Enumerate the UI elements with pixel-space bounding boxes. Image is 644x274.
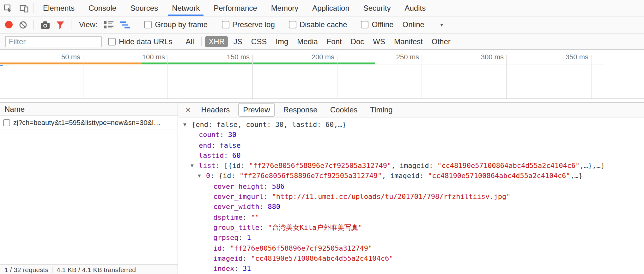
checkbox-icon [361, 21, 369, 28]
divider [201, 37, 202, 46]
hide-data-urls-checkbox[interactable]: Hide data URLs [108, 37, 172, 46]
name-column-header[interactable]: Name [0, 103, 178, 116]
tab-network[interactable]: Network [165, 0, 207, 16]
resource-type-filters: All XHR JS CSS Img Media Font Doc WS Man… [181, 36, 455, 47]
divider [71, 20, 71, 29]
filter-chip-ws[interactable]: WS [369, 36, 389, 47]
tab-application[interactable]: Application [305, 0, 356, 16]
checkbox-label: Offline [372, 20, 394, 29]
show-overview-button[interactable] [120, 21, 130, 29]
json-plain: : [239, 234, 247, 242]
json-name: end [199, 141, 211, 149]
filter-chip-other[interactable]: Other [428, 36, 454, 47]
ruler-gridline [422, 55, 422, 98]
json-num: 1 [247, 234, 251, 242]
json-tree-line[interactable]: ▼list: [{id: "ff276e8056f58896e7cf92505a… [178, 161, 644, 171]
json-tree-line: id: "ff276e8056f58896e7cf92505a312749" [178, 243, 644, 254]
chevron-down-icon: ▼ [440, 22, 444, 27]
filter-chip-css[interactable]: CSS [247, 36, 270, 47]
network-overview[interactable]: 50 ms100 ms150 ms200 ms250 ms300 ms350 m… [0, 50, 644, 99]
json-str: "ff276e8056f58896e7cf92505a312749" [240, 172, 382, 180]
request-checkbox[interactable] [3, 119, 10, 126]
json-name: 0 [206, 172, 210, 180]
request-detail-panel: ✕ Headers Preview Response Cookies Timin… [178, 103, 644, 274]
overview-bar-green [142, 63, 375, 64]
time-tick-label: 250 ms [375, 53, 419, 61]
inspect-element-button[interactable] [0, 0, 16, 16]
close-detail-button[interactable]: ✕ [181, 106, 195, 114]
detail-tab-headers[interactable]: Headers [197, 104, 234, 116]
request-name: zj?ch=beauty&t1=595&listtype=new&sn=30&l… [13, 119, 175, 126]
expand-triangle-icon[interactable]: ▼ [198, 171, 206, 182]
filter-chip-img[interactable]: Img [272, 36, 292, 47]
preserve-log-checkbox[interactable]: Preserve log [222, 20, 275, 29]
funnel-icon [56, 21, 64, 29]
json-name: cover_height [213, 182, 264, 191]
large-request-rows-button[interactable] [104, 21, 114, 29]
json-name: dsptime [213, 213, 243, 221]
filter-chip-js[interactable]: JS [230, 36, 246, 47]
filter-chip-all[interactable]: All [182, 36, 198, 47]
filter-button[interactable] [56, 21, 64, 29]
tab-performance[interactable]: Performance [207, 0, 264, 16]
tab-console[interactable]: Console [82, 0, 123, 16]
throttling-select[interactable]: Online ▼ [402, 20, 444, 29]
json-name: grpseq [213, 234, 239, 242]
detail-tab-response[interactable]: Response [279, 104, 322, 116]
network-summary-bar: 1 / 32 requests 4.1 KB / 4.1 KB transfer… [0, 264, 178, 274]
json-name: imageid [213, 254, 243, 263]
group-by-frame-checkbox[interactable]: Group by frame [144, 20, 208, 29]
json-plain: ,…} [570, 172, 583, 180]
view-label: View: [79, 20, 97, 29]
time-tick-label: 200 ms [290, 53, 334, 61]
json-str: "ff276e8056f58896e7cf92505a312749" [230, 244, 372, 252]
requests-empty-area [0, 129, 178, 264]
json-tree-line: cover_height: 586 [178, 182, 644, 192]
expand-triangle-icon[interactable]: ▼ [183, 120, 191, 130]
device-toolbar-button[interactable] [16, 0, 32, 16]
json-str: "台湾美女Kila户外唯美写真" [268, 223, 362, 232]
checkbox-label: Disable cache [300, 20, 347, 29]
filter-chip-manifest[interactable]: Manifest [390, 36, 427, 47]
json-plain: : [234, 265, 243, 273]
json-str: "http://i1.umei.cc/uploads/tu/201701/798… [272, 193, 510, 201]
tab-sources[interactable]: Sources [123, 0, 165, 16]
detail-tab-timing[interactable]: Timing [366, 104, 397, 116]
json-tree-line[interactable]: ▼0: {id: "ff276e8056f58896e7cf92505a3127… [178, 171, 644, 182]
json-name: count [199, 131, 220, 139]
tab-audits[interactable]: Audits [398, 0, 433, 16]
clear-icon [19, 21, 27, 29]
requests-panel: Name zj?ch=beauty&t1=595&listtype=new&sn… [0, 103, 178, 274]
capture-screenshots-button[interactable] [40, 21, 50, 29]
json-tree-line[interactable]: ▼{end: false, count: 30, lastid: 60,…} [178, 120, 644, 130]
tab-memory[interactable]: Memory [264, 0, 306, 16]
record-button[interactable] [5, 21, 13, 28]
waterfall-icon [120, 21, 130, 29]
devtools-tab-bar: Elements Console Sources Network Perform… [0, 0, 644, 16]
network-filter-bar: Hide data URLs All XHR JS CSS Img Media … [0, 33, 644, 50]
detail-tab-cookies[interactable]: Cookies [326, 104, 362, 116]
inspect-cursor-icon [3, 3, 12, 12]
filter-chip-xhr[interactable]: XHR [205, 36, 228, 47]
filter-chip-doc[interactable]: Doc [347, 36, 368, 47]
divider [33, 20, 34, 29]
checkbox-label: Group by frame [155, 20, 208, 29]
offline-checkbox[interactable]: Offline [361, 20, 394, 29]
filter-input[interactable] [5, 36, 102, 47]
filter-chip-font[interactable]: Font [323, 36, 346, 47]
tab-security[interactable]: Security [356, 0, 398, 16]
json-plain: : [220, 131, 228, 139]
ruler-gridline [167, 55, 168, 98]
filter-chip-media[interactable]: Media [293, 36, 321, 47]
json-num: 60 [232, 152, 241, 160]
pane-gap [0, 99, 644, 102]
json-plain: : [211, 141, 220, 149]
detail-tab-preview[interactable]: Preview [238, 103, 275, 117]
request-row[interactable]: zj?ch=beauty&t1=595&listtype=new&sn=30&l… [0, 116, 178, 129]
tab-elements[interactable]: Elements [36, 0, 82, 16]
disable-cache-checkbox[interactable]: Disable cache [289, 20, 347, 29]
clear-button[interactable] [19, 21, 27, 29]
json-tree-line: group_title: "台湾美女Kila户外唯美写真" [178, 223, 644, 233]
expand-triangle-icon[interactable]: ▼ [191, 161, 199, 171]
json-name: cover_imgurl [213, 193, 264, 201]
